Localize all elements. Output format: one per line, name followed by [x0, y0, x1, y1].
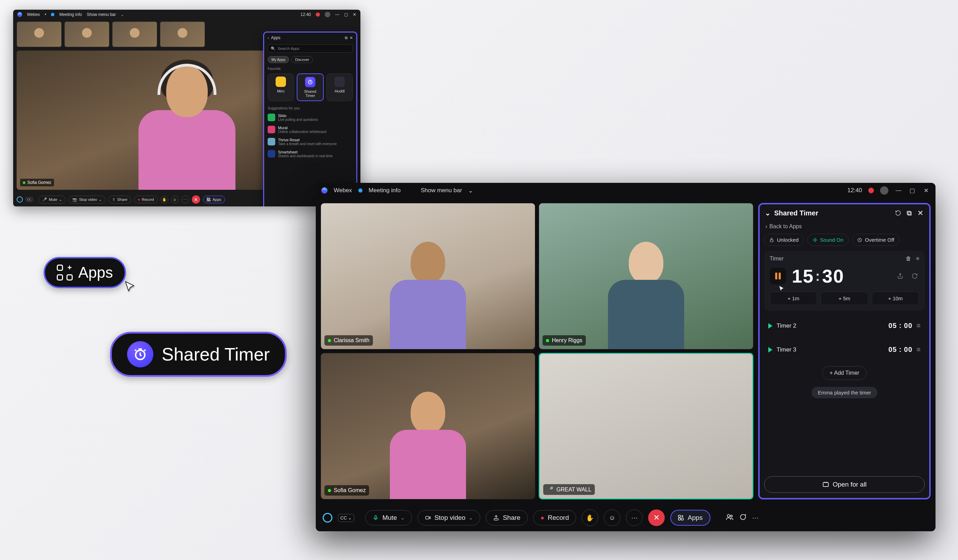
- popout-icon[interactable]: ⧉: [345, 36, 347, 40]
- add-5m-button[interactable]: + 5m: [820, 292, 868, 305]
- callout-apps-button[interactable]: + Apps: [44, 257, 126, 288]
- chevron-down-icon[interactable]: ⌄: [121, 13, 124, 17]
- timer-row[interactable]: Timer 2 05 : 00 ≡: [764, 317, 925, 335]
- stop-video-button[interactable]: 📷Stop video⌄: [68, 196, 106, 204]
- menu-icon[interactable]: ≡: [917, 346, 921, 354]
- clock-time: 12:40: [847, 187, 862, 194]
- reactions-icon[interactable]: ☺: [171, 196, 179, 203]
- speaker-illustration: [130, 51, 244, 190]
- show-menu-bar[interactable]: Show menu bar: [87, 12, 116, 17]
- assistant-icon[interactable]: [323, 513, 332, 523]
- back-to-apps[interactable]: ‹ Back to Apps: [759, 222, 929, 234]
- apps-button[interactable]: Apps: [203, 196, 225, 203]
- record-button[interactable]: ● Record: [533, 510, 576, 525]
- search-input[interactable]: 🔍 Search Apps: [268, 44, 353, 52]
- sugg-name: Slido: [278, 114, 318, 118]
- close-icon[interactable]: ✕: [350, 36, 353, 40]
- delete-icon[interactable]: 🗑: [906, 255, 911, 262]
- favorite-app-miro[interactable]: Miro: [268, 73, 294, 101]
- tab-my-apps[interactable]: My Apps: [268, 56, 289, 63]
- pause-button[interactable]: [770, 268, 786, 284]
- add-timer-button[interactable]: + Add Timer: [822, 366, 867, 380]
- leave-button[interactable]: ✕: [648, 509, 665, 526]
- video-tile[interactable]: Henry Riggs: [539, 203, 753, 349]
- more-options-icon[interactable]: ⋯: [752, 514, 758, 522]
- chevron-down-icon[interactable]: ⌄: [401, 515, 405, 520]
- participants-icon[interactable]: [726, 513, 733, 523]
- menu-icon[interactable]: ≡: [917, 322, 921, 330]
- add-1m-button[interactable]: + 1m: [770, 292, 817, 305]
- window-minimize[interactable]: —: [335, 12, 339, 17]
- large-meeting-window: Webex Meeting info Show menu bar ⌄ 12:40…: [316, 183, 936, 531]
- toggle-overtime[interactable]: Overtime Off: [852, 234, 899, 246]
- leave-button[interactable]: ✕: [192, 195, 200, 204]
- window-minimize[interactable]: —: [895, 187, 902, 194]
- info-icon: [51, 13, 54, 16]
- svg-rect-7: [823, 482, 828, 487]
- assistant-icon[interactable]: [17, 197, 23, 203]
- add-10m-button[interactable]: + 10m: [872, 292, 919, 305]
- meeting-info-link[interactable]: Meeting info: [59, 12, 82, 17]
- window-maximize[interactable]: ▢: [909, 187, 916, 194]
- chevron-down-icon[interactable]: ⌄: [59, 197, 62, 202]
- reset-icon[interactable]: [910, 271, 919, 281]
- meeting-info-link[interactable]: Meeting info: [369, 187, 401, 194]
- avatar-icon[interactable]: [325, 12, 330, 17]
- favorite-app-huddl[interactable]: Huddl: [327, 73, 353, 101]
- participant-thumb[interactable]: [160, 21, 205, 47]
- participant-thumb[interactable]: [64, 21, 109, 47]
- participant-thumb[interactable]: [17, 21, 62, 47]
- toggle-sound[interactable]: Sound On: [807, 234, 849, 246]
- window-close[interactable]: ✕: [922, 187, 930, 194]
- chevron-down-icon[interactable]: ⌄: [468, 187, 473, 194]
- participant-thumb[interactable]: [112, 21, 157, 47]
- chat-icon[interactable]: [739, 513, 747, 523]
- chevron-down-icon[interactable]: ⌄: [765, 209, 771, 217]
- stop-video-button[interactable]: Stop video⌄: [417, 510, 481, 525]
- open-for-all-button[interactable]: Open for all: [764, 476, 925, 493]
- favorite-app-shared-timer[interactable]: Shared Timer: [297, 73, 324, 101]
- share-icon[interactable]: [896, 271, 905, 281]
- cc-icon[interactable]: CC: [25, 197, 33, 202]
- mic-icon: [328, 339, 331, 342]
- mute-button[interactable]: 🎤Mute⌄: [38, 196, 66, 204]
- window-maximize[interactable]: ▢: [344, 12, 348, 17]
- play-icon[interactable]: [768, 347, 772, 352]
- popout-icon[interactable]: ⧉: [906, 209, 913, 217]
- record-button[interactable]: ●Record: [134, 196, 158, 203]
- suggestion-slido[interactable]: SlidoLive polling and questions: [264, 111, 356, 124]
- raise-hand-icon[interactable]: ✋: [161, 196, 168, 203]
- share-button[interactable]: ⇪Share: [108, 196, 131, 204]
- avatar-icon[interactable]: [880, 186, 888, 195]
- timer-row[interactable]: Timer 3 05 : 00 ≡: [764, 341, 925, 359]
- video-tile-active[interactable]: 🎤GREAT WALL: [539, 353, 753, 500]
- suggestion-thrive-reset[interactable]: Thrive ResetTake a breath and reset with…: [264, 136, 356, 148]
- hand-icon: ✋: [586, 514, 594, 522]
- cc-icon[interactable]: CC ⌄: [338, 514, 354, 522]
- toggle-unlocked[interactable]: Unlocked: [764, 234, 804, 246]
- mute-button[interactable]: Mute⌄: [365, 510, 412, 525]
- fav-label: Miro: [270, 89, 292, 93]
- reactions-button[interactable]: ☺: [604, 509, 620, 526]
- raise-hand-button[interactable]: ✋: [582, 509, 598, 526]
- refresh-icon[interactable]: [894, 209, 902, 217]
- apps-button[interactable]: Apps: [670, 510, 710, 526]
- callout-shared-timer[interactable]: Shared Timer: [110, 332, 287, 377]
- chevron-down-icon[interactable]: ⌄: [469, 515, 473, 520]
- chevron-down-icon[interactable]: ⌄: [99, 197, 102, 202]
- window-close[interactable]: ✕: [353, 12, 356, 17]
- video-tile[interactable]: Clarissa Smith: [320, 203, 535, 349]
- video-tile[interactable]: Sofia Gomez: [320, 353, 535, 500]
- favorite-label: Favorite: [264, 65, 356, 72]
- play-icon[interactable]: [768, 323, 772, 328]
- share-button[interactable]: Share: [486, 510, 528, 525]
- suggestion-smartsheet[interactable]: SmartsheetSheets and dashboards in real-…: [264, 148, 356, 160]
- close-icon[interactable]: ✕: [917, 209, 924, 217]
- menu-icon[interactable]: ≡: [916, 255, 919, 262]
- suggestion-mural[interactable]: MuralOnline collaborative whiteboard: [264, 124, 356, 136]
- tab-discover[interactable]: Discover: [291, 56, 313, 63]
- more-icon[interactable]: ⋯: [181, 196, 189, 203]
- show-menu-bar[interactable]: Show menu bar: [421, 187, 462, 194]
- chevron-left-icon[interactable]: ‹: [268, 36, 269, 40]
- more-button[interactable]: ⋯: [626, 509, 642, 526]
